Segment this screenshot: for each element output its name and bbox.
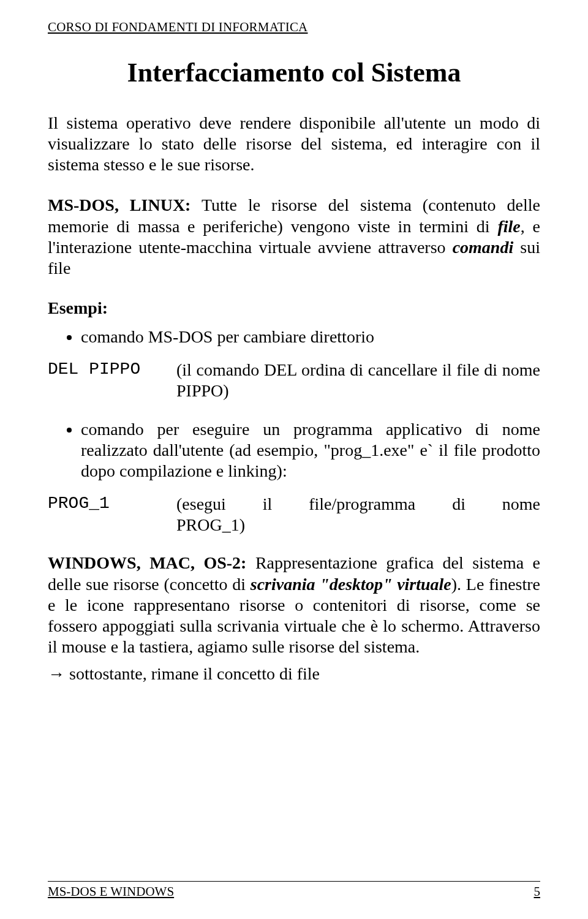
command-prog-1-desc: (esegui il file/programma di nome PROG_1… xyxy=(176,494,540,535)
msdos-linux-label: MS-DOS, LINUX: xyxy=(48,195,190,214)
command-prog-1: PROG_1 xyxy=(48,494,176,513)
msdos-linux-paragraph: MS-DOS, LINUX: Tutte le risorse del sist… xyxy=(48,195,540,279)
windows-label: WINDOWS, MAC, OS-2: xyxy=(48,553,246,572)
command-del-pippo: DEL PIPPO xyxy=(48,360,176,379)
bullet-item-1: comando MS-DOS per cambiare direttorio xyxy=(81,327,540,347)
file-word: file xyxy=(497,217,520,236)
footer-page-number: 5 xyxy=(534,884,541,899)
bullet-list-1: comando MS-DOS per cambiare direttorio xyxy=(48,327,540,347)
command-prog-1-desc-line2: PROG_1) xyxy=(176,515,540,535)
intro-paragraph: Il sistema operativo deve rendere dispon… xyxy=(48,113,540,175)
arrow-line: → sottostante, rimane il concetto di fil… xyxy=(48,664,540,684)
windows-paragraph: WINDOWS, MAC, OS-2: Rappresentazione gra… xyxy=(48,553,540,657)
command-row-1: DEL PIPPO (il comando DEL ordina di canc… xyxy=(48,360,540,401)
footer-left: MS-DOS E WINDOWS xyxy=(48,884,174,899)
command-row-2: PROG_1 (esegui il file/programma di nome… xyxy=(48,494,540,535)
command-del-pippo-desc: (il comando DEL ordina di cancellare il … xyxy=(176,360,540,401)
course-header: CORSO DI FONDAMENTI DI INFORMATICA xyxy=(48,20,540,35)
page-footer: MS-DOS E WINDOWS 5 xyxy=(48,881,540,899)
bullet-item-2: comando per eseguire un programma applic… xyxy=(81,419,540,482)
bullet-list-2: comando per eseguire un programma applic… xyxy=(48,419,540,482)
esempi-heading: Esempi: xyxy=(48,298,540,318)
page-title: Interfacciamento col Sistema xyxy=(48,57,540,88)
comandi-word: comandi xyxy=(453,238,514,257)
command-prog-1-desc-line1: (esegui il file/programma di nome xyxy=(176,494,540,515)
scrivania-word: scrivania "desktop" virtuale xyxy=(251,575,451,594)
